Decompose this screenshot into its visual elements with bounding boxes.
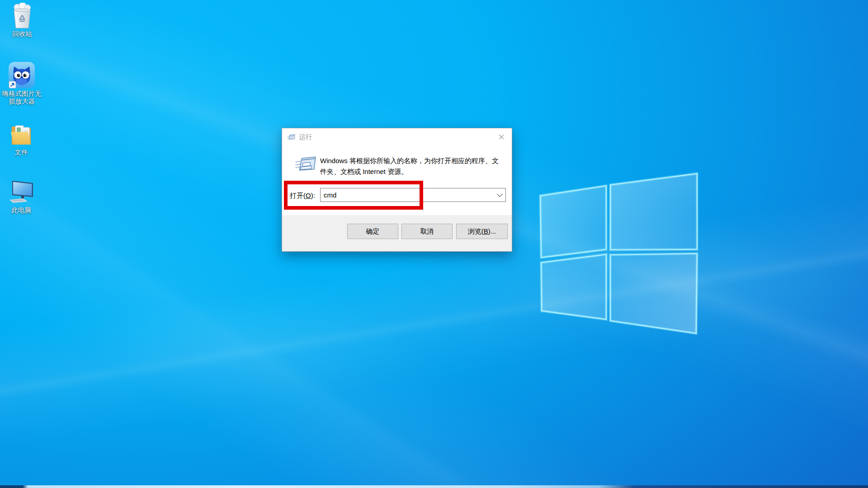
desktop-icon-label: 回收站 (4, 30, 40, 38)
close-icon (499, 134, 504, 140)
desktop-icon-recycle-bin[interactable]: 回收站 (4, 3, 40, 38)
ok-button[interactable]: 确定 (347, 224, 398, 239)
open-combobox[interactable] (320, 188, 506, 202)
folder-icon (10, 122, 33, 147)
run-icon-large (295, 155, 316, 174)
browse-button[interactable]: 浏览(B)... (456, 224, 508, 239)
desktop-icon-label: 此电脑 (2, 206, 40, 214)
open-label: 打开(O): (290, 192, 315, 200)
run-dialog-title: 运行 (299, 133, 312, 141)
run-dialog-titlebar[interactable]: 运行 (282, 128, 512, 145)
taskbar-top-edge (0, 485, 868, 488)
desktop-icon-label: 嗨格式图片无 (0, 90, 43, 98)
chevron-down-icon (497, 191, 503, 197)
desktop-icon-this-pc[interactable]: 此电脑 (2, 179, 40, 214)
desktop-icon-files[interactable]: 文件 (2, 122, 40, 156)
desktop-icon-label: 损放大器 (0, 98, 43, 105)
open-input[interactable] (321, 188, 497, 202)
dropdown-button[interactable] (494, 188, 505, 202)
run-dialog-footer: 确定 取消 浏览(B)... (282, 215, 512, 251)
close-button[interactable] (491, 128, 512, 145)
desktop-icon-label: 文件 (2, 149, 40, 156)
windows-desktop: { "desktop": { "icons": { "recycle_bin":… (0, 0, 868, 488)
recycle-bin-icon (10, 3, 34, 29)
run-dialog: 运行 Windows 将根据你所输入的名称，为你打开相应的程序、文件夹、文档或 … (282, 128, 512, 252)
shortcut-arrow-icon (9, 81, 16, 88)
run-icon (287, 134, 295, 141)
owl-app-icon (8, 61, 35, 89)
cancel-button[interactable]: 取消 (401, 224, 453, 239)
computer-icon (8, 179, 35, 205)
desktop-icon-image-enlarger[interactable]: 嗨格式图片无 损放大器 (0, 61, 43, 105)
run-dialog-description: Windows 将根据你所输入的名称，为你打开相应的程序、文件夹、文档或 Int… (320, 155, 504, 177)
